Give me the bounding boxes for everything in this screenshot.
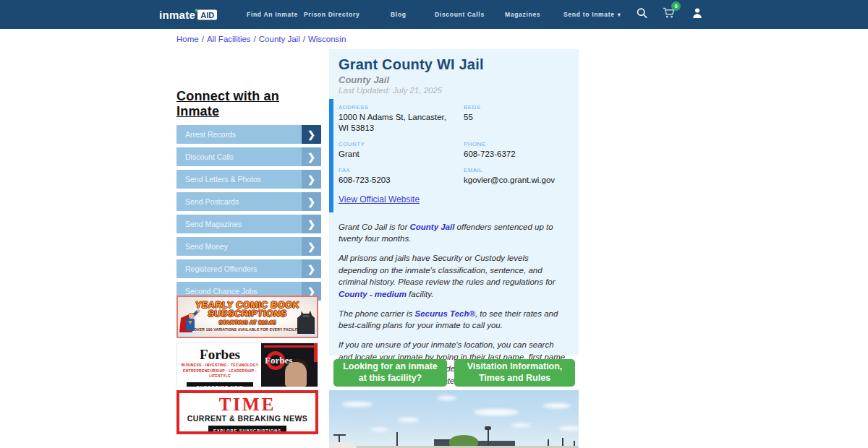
forbes-tagline-1: BUSINESS - INVESTING - TECHNOLOGY <box>177 363 263 369</box>
field-label: FAX <box>339 167 464 173</box>
forbes-tagline-2: ENTREPRENEURSHIP - LEADERSHIP - LIFESTYL… <box>177 369 263 379</box>
chevron-right-icon: ❯ <box>302 125 321 144</box>
sidebar-item-registered-offenders[interactable]: Registered Offenders ❯ <box>176 259 321 278</box>
logo-aid-badge: AID <box>197 9 217 20</box>
sidebar-item-arrest-records[interactable]: Arrest Records ❯ <box>176 125 321 144</box>
nav-item-blog[interactable]: Blog <box>391 11 407 18</box>
nav-item-magazines[interactable]: Magazines <box>505 11 540 18</box>
field-county: COUNTY Grant <box>339 141 464 160</box>
ad-comic-book-subscriptions[interactable]: YEARLY COMIC BOOK SUBSCRIPTIONS STARTING… <box>176 296 318 338</box>
nav-item-find-an-inmate[interactable]: Find An Inmate <box>247 11 298 18</box>
breadcrumb-separator: / <box>202 35 204 43</box>
user-account-icon[interactable] <box>692 8 702 22</box>
paragraph-2: All prisons and jails have Security or C… <box>339 252 569 301</box>
caret-down-icon: ▾ <box>618 12 621 18</box>
sidebar-item-send-money[interactable]: Send Money ❯ <box>176 237 321 256</box>
chevron-right-icon: ❯ <box>302 170 321 189</box>
field-label: PHONE <box>464 141 571 147</box>
field-label: BEDS <box>464 104 571 111</box>
logo-text: inmate <box>159 9 195 21</box>
cloud <box>474 409 519 415</box>
inmate-search-button[interactable]: Looking for an inmate at this facility? <box>333 359 447 387</box>
phone-value: 608-723-6372 <box>464 149 571 160</box>
breadcrumb-separator: / <box>303 35 305 43</box>
sidebar-item-label: Send Magazines <box>176 215 302 233</box>
breadcrumb-separator: / <box>254 35 256 43</box>
p2-text-2: facility. <box>407 290 434 298</box>
beds-value: 55 <box>464 112 571 123</box>
sidebar-item-label: Send Money <box>176 237 302 256</box>
cover-side-strip <box>314 343 318 362</box>
chevron-right-icon: ❯ <box>302 147 321 166</box>
cover-top-banner <box>264 345 315 348</box>
cloud <box>398 418 420 422</box>
cart-count-badge: 0 <box>671 1 681 11</box>
p2-text: All prisons and jails have Security or C… <box>339 254 556 286</box>
forbes-ad-left: Forbes BUSINESS - INVESTING - TECHNOLOGY… <box>177 343 263 387</box>
inmateaid-logo[interactable]: inmate * AID <box>159 9 217 21</box>
ad-time-subscription[interactable]: TIME CURRENT & BREAKING NEWS EXPLORE SUB… <box>176 390 318 434</box>
field-email: EMAIL kgovier@co.grant.wi.gov <box>464 167 571 186</box>
cloud <box>559 426 579 431</box>
breadcrumb-wisconsin[interactable]: Wisconsin <box>308 35 346 43</box>
email-value: kgovier@co.grant.wi.gov <box>464 175 571 186</box>
cart-icon[interactable]: 0 <box>663 7 676 22</box>
connect-sidebar: Connect with an Inmate Arrest Records ❯ … <box>176 89 321 304</box>
address-value: 1000 N Adams St, Lancaster, WI 53813 <box>339 112 464 134</box>
facility-type: County Jail <box>339 74 569 85</box>
sidebar-item-send-postcards[interactable]: Send Postcards ❯ <box>176 192 321 211</box>
top-navbar: inmate * AID Find An Inmate Prison Direc… <box>0 0 868 29</box>
p3-text: The phone carrier is <box>339 309 414 318</box>
forbes-magazine-cover: Forbes <box>261 343 318 387</box>
p1-text: Grant Co Jail is for <box>339 223 409 231</box>
field-label: COUNTY <box>339 141 464 147</box>
sidebar-item-send-magazines[interactable]: Send Magazines ❯ <box>176 215 321 233</box>
field-label: ADDRESS <box>339 104 464 111</box>
visitation-info-button[interactable]: Visitation Information, Times and Rules <box>454 359 575 387</box>
county-medium-link[interactable]: County - medium <box>339 290 407 298</box>
cover-forbes-title: Forbes <box>265 355 292 366</box>
sidebar-item-label: Arrest Records <box>176 125 302 144</box>
forbes-subscribe-button[interactable]: SUBSCRIBE NOW <box>187 382 253 388</box>
search-icon[interactable] <box>637 8 647 22</box>
light-pole <box>488 428 489 448</box>
securus-tech-link[interactable]: Securus Tech® <box>414 309 475 318</box>
field-phone: PHONE 608-723-6372 <box>464 141 571 160</box>
time-explore-button[interactable]: EXPLORE SUBSCRIPTIONS <box>208 426 286 434</box>
fax-value: 608-723-5203 <box>339 175 464 186</box>
paragraph-3: The phone carrier is Securus Tech®, to s… <box>339 308 569 332</box>
chevron-right-icon: ❯ <box>302 192 321 211</box>
superman-illustration <box>179 309 203 337</box>
nav-item-send-to-inmate[interactable]: Send to Inmate▾ <box>563 11 621 18</box>
time-tagline: CURRENT & BREAKING NEWS <box>179 414 315 423</box>
cloud <box>342 402 373 407</box>
chevron-right-icon: ❯ <box>302 237 321 256</box>
ad-forbes-subscription[interactable]: Forbes BUSINESS - INVESTING - TECHNOLOGY… <box>176 343 318 387</box>
nav-item-prison-directory[interactable]: Prison Directory <box>304 11 359 18</box>
field-address: ADDRESS 1000 N Adams St, Lancaster, WI 5… <box>339 104 464 134</box>
last-updated: Last Updated: July 21, 2025 <box>339 86 569 95</box>
breadcrumb-county-jail[interactable]: County Jail <box>259 35 300 43</box>
cloud <box>543 403 571 408</box>
facility-panel: Grant County WI Jail County Jail Last Up… <box>329 49 579 356</box>
county-jail-link[interactable]: County Jail <box>409 223 454 231</box>
breadcrumb-home[interactable]: Home <box>176 35 199 43</box>
breadcrumb: Home/All Facilities/County Jail/Wisconsi… <box>176 35 346 43</box>
sidebar-item-label: Send Letters & Photos <box>176 170 302 189</box>
chevron-right-icon: ❯ <box>302 259 321 278</box>
field-beds: BEDS 55 <box>464 104 571 134</box>
sidebar-item-label: Discount Calls <box>176 147 302 166</box>
page-title: Grant County WI Jail <box>339 56 569 73</box>
car-roof <box>329 442 357 448</box>
field-fax: FAX 608-723-5203 <box>339 167 464 186</box>
send-to-inmate-label: Send to Inmate <box>563 11 615 18</box>
breadcrumb-all-facilities[interactable]: All Facilities <box>207 35 251 43</box>
sidebar-item-label: Registered Offenders <box>176 259 302 278</box>
official-website-link[interactable]: View Official Website <box>339 194 420 204</box>
sidebar-item-discount-calls[interactable]: Discount Calls ❯ <box>176 147 321 166</box>
sidebar-heading: Connect with an Inmate <box>176 89 321 119</box>
field-label: EMAIL <box>464 167 571 173</box>
sidebar-item-send-letters-photos[interactable]: Send Letters & Photos ❯ <box>176 170 321 189</box>
county-value: Grant <box>339 149 464 160</box>
nav-item-discount-calls[interactable]: Discount Calls <box>435 11 485 18</box>
